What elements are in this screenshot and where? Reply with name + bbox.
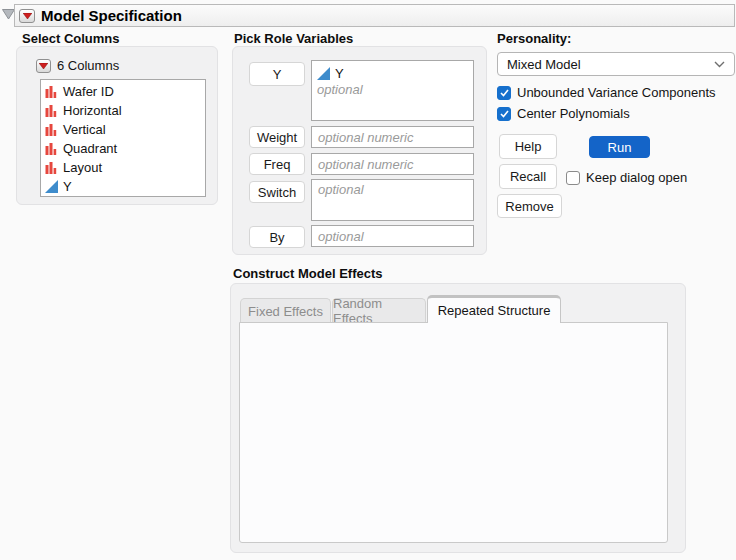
- column-item[interactable]: Quadrant: [42, 139, 204, 158]
- chevron-down-icon: [714, 61, 725, 68]
- center-polynomials-label: Center Polynomials: [517, 106, 630, 121]
- center-polynomials-checkbox[interactable]: [497, 107, 511, 121]
- columns-red-triangle-menu-icon[interactable]: [36, 59, 51, 73]
- weight-role-button[interactable]: Weight: [249, 126, 305, 148]
- column-item[interactable]: Layout: [42, 158, 204, 177]
- nominal-column-icon: [45, 104, 58, 117]
- column-item[interactable]: Wafer ID: [42, 82, 204, 101]
- continuous-column-icon: [317, 67, 330, 80]
- columns-count-label: 6 Columns: [57, 58, 119, 73]
- column-item[interactable]: Horizontal: [42, 101, 204, 120]
- unbounded-variance-checkbox-row[interactable]: Unbounded Variance Components: [497, 85, 716, 100]
- run-button[interactable]: Run: [589, 136, 650, 158]
- tab-random-effects[interactable]: Random Effects: [332, 298, 426, 323]
- remove-button[interactable]: Remove: [497, 194, 562, 218]
- nominal-column-icon: [45, 161, 58, 174]
- columns-list: Wafer ID Horizontal Vertical Quadrant La…: [40, 79, 206, 197]
- tab-fixed-effects[interactable]: Fixed Effects: [240, 298, 331, 323]
- unbounded-variance-checkbox[interactable]: [497, 86, 511, 100]
- model-effects-label: Construct Model Effects: [233, 266, 383, 281]
- keep-dialog-open-checkbox[interactable]: [566, 171, 580, 185]
- red-triangle-menu-icon[interactable]: [19, 9, 35, 23]
- personality-selected-value: Mixed Model: [507, 57, 581, 72]
- center-polynomials-checkbox-row[interactable]: Center Polynomials: [497, 106, 630, 121]
- unbounded-variance-label: Unbounded Variance Components: [517, 85, 716, 100]
- switch-role-box[interactable]: optional: [311, 179, 474, 221]
- select-columns-label: Select Columns: [22, 31, 120, 46]
- by-role-box[interactable]: optional: [311, 225, 474, 247]
- page-title: Model Specification: [41, 7, 182, 24]
- personality-dropdown[interactable]: Mixed Model: [497, 52, 735, 76]
- column-item[interactable]: Vertical: [42, 120, 204, 139]
- title-bar: Model Specification: [14, 4, 735, 27]
- repeated-structure-tabpanel: [239, 322, 668, 543]
- y-role-placeholder: optional: [317, 82, 468, 100]
- nominal-column-icon: [45, 123, 58, 136]
- keep-dialog-open-checkbox-row[interactable]: Keep dialog open: [566, 170, 687, 185]
- switch-role-button[interactable]: Switch: [249, 181, 305, 203]
- help-button[interactable]: Help: [499, 134, 557, 159]
- personality-label: Personality:: [497, 31, 571, 46]
- y-role-box[interactable]: Y optional: [311, 60, 474, 121]
- checkmark-icon: [500, 89, 509, 97]
- keep-dialog-open-label: Keep dialog open: [586, 170, 687, 185]
- continuous-column-icon: [45, 180, 58, 193]
- recall-button[interactable]: Recall: [499, 164, 557, 189]
- y-role-button[interactable]: Y: [249, 62, 305, 86]
- pick-roles-label: Pick Role Variables: [234, 31, 353, 46]
- model-specification-dialog: Model Specification Select Columns 6 Col…: [0, 0, 736, 560]
- column-item[interactable]: Y: [42, 177, 204, 196]
- weight-role-box[interactable]: optional numeric: [311, 126, 474, 148]
- tab-repeated-structure[interactable]: Repeated Structure: [427, 295, 561, 323]
- nominal-column-icon: [45, 142, 58, 155]
- checkmark-icon: [500, 110, 509, 118]
- by-role-button[interactable]: By: [249, 226, 305, 248]
- nominal-column-icon: [45, 85, 58, 98]
- y-role-item[interactable]: Y: [317, 64, 468, 82]
- columns-count-row: 6 Columns: [36, 58, 119, 73]
- freq-role-button[interactable]: Freq: [249, 153, 305, 175]
- freq-role-box[interactable]: optional numeric: [311, 153, 474, 175]
